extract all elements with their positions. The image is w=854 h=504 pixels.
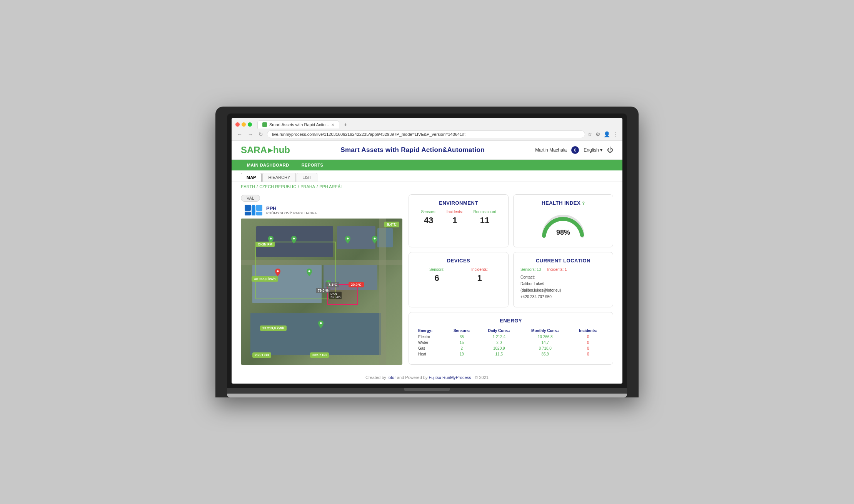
row-sensors-2: 2 (445, 345, 478, 351)
facility-icon-block-4 (256, 205, 262, 211)
val-badge: VAL (241, 195, 260, 202)
env-sensors-label: Sensors: (421, 210, 436, 214)
tab-map[interactable]: MAP (241, 173, 262, 182)
dev-incidents-col: Incidents: 1 (471, 267, 488, 283)
facility-icon-block-2 (245, 212, 251, 215)
extension-icon[interactable]: ⚙ (595, 131, 600, 137)
row-daily-1: 2,0 (478, 340, 520, 345)
map-pin-red[interactable] (275, 269, 281, 276)
col-monthly: Monthly Cons.: (520, 327, 570, 334)
energy-table-header: Energy: Sensors: Daily Cons.: Monthly Co… (416, 327, 606, 334)
nav-bar: MAIN DASHBOARD REPORTS (232, 160, 622, 170)
env-incidents-value: 1 (447, 215, 463, 225)
contact-name: Dalibor Lukeš (520, 280, 606, 287)
facility-logo-name: PPH (266, 205, 317, 211)
facility-name: PPH PRŮMYSLOVÝ PARK HARFA (266, 205, 317, 215)
table-row: Water 15 2,0 14,7 0 (416, 340, 606, 345)
browser-chrome: Smart Assets with Rapid Actio... ✕ + ← →… (232, 118, 622, 141)
forward-button[interactable]: → (246, 130, 255, 138)
logo: SARA ▸ hub (241, 145, 290, 155)
breadcrumb-pph[interactable]: PPH AREÁL (319, 184, 343, 189)
tab-list[interactable]: LIST (297, 173, 317, 182)
map-pin-5[interactable] (306, 269, 312, 276)
power-icon[interactable]: ⏻ (607, 147, 613, 154)
logo-dot-icon: ▸ (268, 145, 272, 155)
browser-tab[interactable]: Smart Assets with Rapid Actio... ✕ (257, 120, 339, 129)
tab-favicon (262, 122, 267, 127)
back-button[interactable]: ← (235, 130, 244, 138)
map-pin-4[interactable] (372, 236, 378, 244)
row-sensors-1: 15 (445, 340, 478, 345)
health-title: HEALTH INDEX (542, 200, 580, 206)
breadcrumb-praha[interactable]: PRAHA (300, 184, 315, 189)
health-panel: HEALTH INDEX ? 98% (513, 194, 613, 247)
tab-hierarchy[interactable]: HIEARCHY (262, 173, 296, 182)
nav-reports[interactable]: REPORTS (295, 160, 330, 170)
app-header: SARA ▸ hub Smart Assets with Rapid Actio… (232, 141, 622, 160)
logo-sara: SARA (241, 145, 267, 155)
svg-point-4 (277, 270, 279, 272)
new-tab-button[interactable]: + (342, 122, 349, 128)
tab-close-icon[interactable]: ✕ (331, 123, 334, 127)
env-sensors-value: 43 (421, 215, 436, 225)
map-label-g3-2: 302.7 G3 (310, 352, 329, 358)
facility-icon (245, 205, 262, 215)
devices-title: DEVICES (416, 258, 501, 264)
laptop-notch (404, 388, 450, 391)
row-sensors-0: 35 (445, 334, 478, 340)
footer-fujitsu-link[interactable]: Fujitsu RunMyProcess (429, 375, 471, 380)
breadcrumb-sep-1: / (257, 184, 258, 189)
row-monthly-2: 8 718,0 (520, 345, 570, 351)
environment-panel: ENVIRONMENT Sensors: 43 Incidents: 1 (409, 194, 509, 247)
logo-hub: hub (273, 145, 290, 155)
gauge-container: 98% (520, 209, 606, 240)
app-title: Smart Assets with Rapid Action&Automatio… (340, 146, 485, 154)
building-2 (337, 226, 375, 249)
location-title: CURRENT LOCATION (520, 258, 606, 264)
row-incidents-1: 0 (570, 340, 606, 345)
nav-main-dashboard[interactable]: MAIN DASHBOARD (241, 160, 295, 170)
breadcrumb-czech[interactable]: CZECH REPUBLIC (259, 184, 296, 189)
map-pin-2[interactable] (291, 236, 297, 244)
right-panels: ENVIRONMENT Sensors: 43 Incidents: 1 (409, 194, 613, 365)
env-rooms-col: Rooms count 11 (474, 210, 496, 225)
loc-incidents: Incidents: 1 (547, 267, 567, 272)
map-container[interactable]: 9.4°C (241, 219, 402, 365)
env-incidents-col: Incidents: 1 (447, 210, 463, 225)
map-label-kwh1: 30 968,0 kWh (252, 276, 278, 282)
svg-point-3 (374, 238, 376, 240)
account-icon[interactable]: 👤 (604, 131, 610, 137)
map-label-g3-1: 256.1 G3 (252, 352, 271, 358)
url-bar[interactable]: live.runmyprocess.com/live/1120316062192… (267, 130, 585, 138)
facility-icon-block-3 (252, 205, 255, 215)
temp-badge-main: 9.4°C (384, 222, 399, 227)
dev-sensors-col: Sensors: 6 (429, 267, 444, 283)
language-selector[interactable]: English ▾ (584, 147, 602, 153)
energy-title: ENERGY (416, 318, 606, 324)
menu-icon[interactable]: ⋮ (613, 131, 619, 137)
breadcrumb-earth[interactable]: EARTH (241, 184, 255, 189)
devices-stats: Sensors: 6 Incidents: 1 (416, 267, 501, 283)
minimize-traffic-light[interactable] (242, 122, 246, 127)
devices-panel: DEVICES Sensors: 6 Incidents: 1 (409, 252, 509, 308)
star-icon[interactable]: ☆ (587, 131, 592, 137)
map-pin-3[interactable] (345, 236, 351, 244)
health-question-mark[interactable]: ? (582, 201, 585, 205)
dev-incidents-value: 1 (471, 273, 488, 283)
svg-point-6 (320, 322, 322, 324)
environment-title: ENVIRONMENT (416, 200, 501, 206)
main-content: VAL (232, 191, 622, 371)
map-label-dkn: DKNSKLAD (329, 292, 342, 299)
facility-icon-col-2 (252, 205, 255, 215)
close-traffic-light[interactable] (235, 122, 240, 127)
env-incidents-label: Incidents: (447, 210, 463, 214)
dev-sensors-value: 6 (429, 273, 444, 283)
user-badge[interactable]: 0 (571, 146, 579, 154)
maximize-traffic-light[interactable] (248, 122, 252, 127)
footer-iotor-link[interactable]: Iotor (387, 375, 396, 380)
row-monthly-0: 10 266,8 (520, 334, 570, 340)
map-pin-6[interactable] (318, 320, 324, 328)
row-energy-3: Heat (416, 351, 445, 357)
refresh-button[interactable]: ↻ (257, 130, 265, 138)
col-daily: Daily Cons.: (478, 327, 520, 334)
